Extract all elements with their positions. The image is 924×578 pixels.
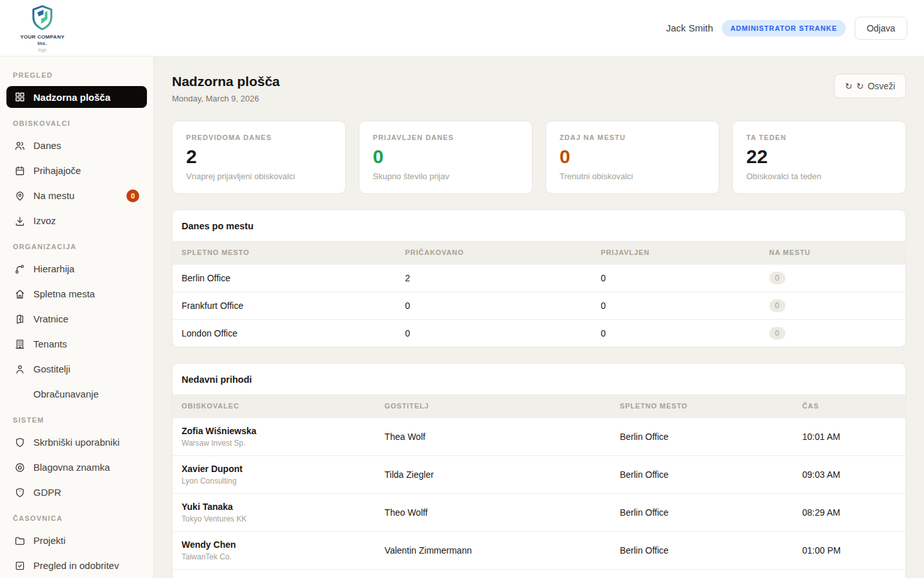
stat-value: 0 xyxy=(373,147,518,166)
sidebar-item-skrbni-ki-uporabniki[interactable]: Skrbniški uporabniki xyxy=(6,430,147,455)
stat-card-ta-teden: TA TEDEN22Obiskovalci ta teden xyxy=(732,121,906,194)
table-row: Berlin Office200 xyxy=(173,265,905,292)
host-name: Tilda Ziegler xyxy=(375,456,611,494)
site-name: Berlin Office xyxy=(173,265,396,292)
sidebar-item-vratnice[interactable]: Vratnice xyxy=(6,306,147,331)
sidebar-item-izvoz[interactable]: Izvoz xyxy=(6,208,147,233)
home-icon xyxy=(14,288,26,300)
sidebar-item-gdpr[interactable]: GDPR xyxy=(6,480,147,505)
table-row: London Office000 xyxy=(173,320,905,347)
visitor-company: Tokyo Ventures KK xyxy=(182,514,366,523)
sidebar-item-label: Na mestu xyxy=(33,190,74,201)
nav-section-label-asovnica: ČASOVNICA xyxy=(6,505,147,528)
visitor-name: Wendy Chen xyxy=(182,539,366,550)
company-logo-caption: logo xyxy=(38,48,46,52)
page-date: Monday, March 9, 2026 xyxy=(172,94,280,103)
sidebar-item-pregled-in-odobritev[interactable]: Pregled in odobritev xyxy=(6,553,147,578)
stat-card-zdaj-na-mestu: ZDAJ NA MESTU0Trenutni obiskovalci xyxy=(545,121,719,194)
visitor-company: Lyon Consulting xyxy=(182,477,366,486)
refresh-button[interactable]: ↻ ↻ Osveži xyxy=(834,74,906,98)
host-name: Victoria Schmidt xyxy=(375,570,611,578)
on-site-pill: 0 xyxy=(769,272,785,285)
recent-arrivals-title: Nedavni prihodi xyxy=(173,363,905,394)
hierarchy-icon xyxy=(14,263,26,275)
arrival-time: 10:01 AM xyxy=(793,418,905,456)
site-name: Berlin Office xyxy=(611,532,793,570)
refresh-icon: ↻ xyxy=(856,81,864,91)
sidebar-item-nadzorna-plo-a[interactable]: Nadzorna plošča xyxy=(6,86,147,108)
on-site-pill: 0 xyxy=(769,327,785,340)
nav-section-label-organizacija: ORGANIZACIJA xyxy=(6,233,147,256)
column-header-gostitelj: GOSTITELJ xyxy=(375,394,611,418)
shield-dot-icon xyxy=(14,487,26,498)
today-by-site-card: Danes po mestu SPLETNO MESTOPRIČAKOVANOP… xyxy=(172,209,906,347)
company-logo-name: YOUR COMPANYInc. xyxy=(20,34,64,47)
recent-arrivals-table: OBISKOVALECGOSTITELJSPLETNO MESTOČAS Zof… xyxy=(173,394,905,578)
checked-in-count: 0 xyxy=(592,320,760,347)
column-header-as: ČAS xyxy=(793,394,905,418)
column-header-obiskovalec: OBISKOVALEC xyxy=(173,394,375,418)
site-name: Berlin Office xyxy=(611,494,793,532)
stat-label: PRIJAVLJEN DANES xyxy=(373,134,518,141)
map-pin-icon xyxy=(14,190,26,202)
stat-value: 0 xyxy=(560,147,705,166)
nav-section-label-pregled: PREGLED xyxy=(6,62,147,85)
stat-label: ZDAJ NA MESTU xyxy=(560,134,705,141)
sidebar-item-prihajajo-e[interactable]: Prihajajoče xyxy=(6,158,147,183)
sidebar-item-blagovna-znamka[interactable]: Blagovna znamka xyxy=(6,455,147,480)
page-title: Nadzorna plošča xyxy=(172,74,280,89)
door-icon xyxy=(14,313,26,325)
visitor-company: TaiwanTek Co. xyxy=(182,552,366,561)
main-content: Nadzorna plošča Monday, March 9, 2026 ↻ … xyxy=(154,57,924,578)
site-name: London Office xyxy=(173,320,396,347)
column-header-na-mestu: NA MESTU xyxy=(760,241,905,265)
sidebar-item-label: Nadzorna plošča xyxy=(33,92,110,103)
sidebar-item-projekti[interactable]: Projekti xyxy=(6,528,147,553)
sidebar-item-label: Gostitelji xyxy=(33,363,71,374)
sidebar-item-label: Blagovna znamka xyxy=(33,462,110,473)
on-site-count-badge: 0 xyxy=(126,189,139,202)
person-icon xyxy=(14,363,26,375)
on-site-cell: 0 xyxy=(760,292,905,320)
arrival-time: 01:00 PM xyxy=(793,532,905,570)
checked-in-count: 0 xyxy=(592,265,760,292)
folder-icon xyxy=(14,535,26,547)
sidebar-item-spletna-mesta[interactable]: Spletna mesta xyxy=(6,281,147,306)
table-row: Wendy ChenTaiwanTek Co.Valentin Zimmerma… xyxy=(173,532,905,570)
sidebar-item-label: Vratnice xyxy=(33,313,68,324)
sidebar-item-danes[interactable]: Danes xyxy=(6,133,147,158)
sidebar-item-label: Projekti xyxy=(33,535,65,546)
table-row: Yuki TanakaTokyo Ventures KKTheo WolffBe… xyxy=(173,494,905,532)
sidebar-item-obra-unavanje[interactable]: Obračunavanje xyxy=(6,381,147,407)
sidebar-item-na-mestu[interactable]: Na mestu0 xyxy=(6,183,147,208)
nav-section-label-obiskovalci: OBISKOVALCI xyxy=(6,110,147,133)
sidebar-item-label: Skrbniški uporabniki xyxy=(33,437,119,448)
stat-label: PREDVIDOMA DANES xyxy=(186,134,332,141)
stat-subtitle: Skupno število prijav xyxy=(373,171,518,181)
logout-button[interactable]: Odjava xyxy=(855,17,907,40)
user-name: Jack Smith xyxy=(666,22,713,33)
today-by-site-title: Danes po mestu xyxy=(173,210,905,241)
site-name: Berlin Office xyxy=(611,456,793,494)
sidebar-item-gostitelji[interactable]: Gostitelji xyxy=(6,356,147,381)
sidebar-item-label: GDPR xyxy=(33,487,61,498)
sidebar-item-label: Obračunavanje xyxy=(33,389,99,399)
stat-label: TA TEDEN xyxy=(746,134,892,141)
column-header-prijavljen: PRIJAVLJEN xyxy=(592,241,760,265)
site-name: Frankfurt Office xyxy=(173,292,396,320)
building-icon xyxy=(14,338,26,350)
sidebar-item-tenants[interactable]: Tenants xyxy=(6,331,147,356)
on-site-cell: 0 xyxy=(760,265,905,292)
sidebar-item-hierarhija[interactable]: Hierarhija xyxy=(6,256,147,281)
stats-row: PREDVIDOMA DANES2Vnaprej prijavljeni obi… xyxy=(172,121,906,194)
shield-icon xyxy=(14,437,26,448)
table-row: Frankfurt Office000 xyxy=(173,292,905,320)
visitor-name: Yuki Tanaka xyxy=(182,502,366,512)
visitor-company: Warsaw Invest Sp. xyxy=(182,439,366,448)
visitor-name: Zofia Wiśniewska xyxy=(182,426,366,436)
sidebar-item-label: Spletna mesta xyxy=(33,288,95,299)
column-header-spletno-mesto: SPLETNO MESTO xyxy=(173,241,396,265)
top-header: YOUR COMPANYInc. logo Jack Smith ADMINIS… xyxy=(0,0,924,57)
expected-count: 2 xyxy=(396,265,592,292)
arrival-time: 09:01 AM xyxy=(793,570,905,578)
